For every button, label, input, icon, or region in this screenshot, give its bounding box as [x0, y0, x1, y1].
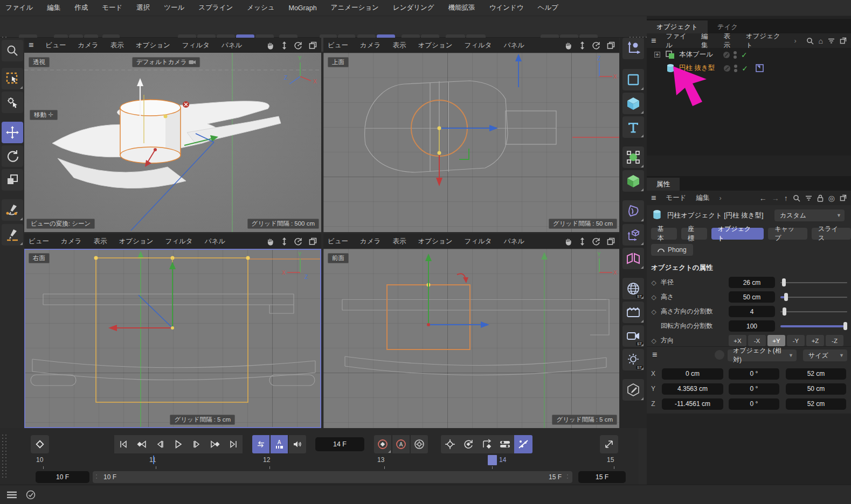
phong-tab[interactable]: Phong: [651, 244, 693, 256]
position-x-input[interactable]: 0 cm: [662, 368, 723, 380]
key-parameter-button[interactable]: [496, 435, 514, 453]
hamburger-menu-icon[interactable]: ≡: [652, 350, 657, 360]
previous-frame-button[interactable]: [151, 435, 169, 453]
size-z-input[interactable]: 52 cm: [786, 398, 846, 410]
external-window-icon[interactable]: [840, 37, 847, 44]
menu-spline[interactable]: スプライン: [198, 3, 233, 12]
menu-create[interactable]: 作成: [74, 3, 88, 12]
menu-edit[interactable]: 編集: [47, 3, 60, 12]
goto-end-button[interactable]: [224, 435, 243, 453]
camera-object-icon[interactable]: ST: [622, 325, 644, 347]
tab-objects[interactable]: オブジェクト: [647, 20, 708, 33]
menu-window[interactable]: ウインドウ: [489, 3, 524, 12]
rotation-x-input[interactable]: 0 °: [729, 368, 779, 380]
menu-file[interactable]: ファイル: [5, 3, 33, 12]
range-end-field[interactable]: 15 F: [578, 471, 626, 483]
external-window-icon[interactable]: [840, 194, 847, 201]
lock-icon[interactable]: [817, 194, 824, 202]
sound-button[interactable]: [289, 435, 306, 453]
up-icon[interactable]: ↑: [784, 194, 788, 202]
radius-input[interactable]: 26 cm: [729, 277, 775, 288]
hamburger-menu-icon[interactable]: ≡: [651, 36, 656, 46]
radius-slider[interactable]: [780, 277, 847, 288]
dolly-icon[interactable]: [281, 41, 288, 50]
direction-option[interactable]: +X: [729, 335, 746, 346]
camera-name-badge[interactable]: デフォルトカメラ: [132, 57, 200, 67]
range-grip-right[interactable]: [566, 473, 570, 481]
vp-menu-options[interactable]: オプション: [418, 41, 452, 50]
viewport-perspective-canvas[interactable]: Y Z X 透視 デフォルトカメラ 移動 ✛ ビューの変換: シーン グリッド間…: [24, 53, 321, 232]
visibility-dots-icon[interactable]: [734, 65, 737, 72]
direction-option[interactable]: -Y: [787, 335, 805, 346]
next-key-button[interactable]: [206, 435, 224, 453]
menu-help[interactable]: ヘルプ: [538, 3, 558, 12]
attr-tab[interactable]: スライス: [812, 228, 851, 240]
keyframe-diamond-button[interactable]: [31, 435, 49, 453]
height-segments-slider[interactable]: [780, 306, 847, 317]
current-frame-field[interactable]: 14 F: [315, 437, 364, 451]
orbit-icon[interactable]: [294, 41, 302, 50]
vp-menu-panel[interactable]: パネル: [504, 41, 524, 50]
position-z-input[interactable]: -11.4561 cm: [662, 398, 723, 410]
phong-tag-icon[interactable]: [756, 64, 764, 72]
menu-mograph[interactable]: MoGraph: [289, 4, 317, 12]
move-tool-icon[interactable]: [2, 122, 23, 143]
om-menu-object[interactable]: オブジェクト: [746, 32, 785, 50]
pan-hand-icon[interactable]: [266, 41, 274, 50]
timeline-corner-button[interactable]: [600, 435, 618, 453]
search-icon[interactable]: [806, 37, 814, 45]
generator-subdivide-icon[interactable]: [622, 146, 644, 168]
key-scale-button[interactable]: [478, 435, 496, 453]
enabled-check-icon[interactable]: ✓: [742, 64, 748, 73]
sculpt-edit-icon[interactable]: [622, 379, 644, 401]
range-start-field[interactable]: 10 F: [36, 471, 89, 483]
key-diamond-icon[interactable]: ◇: [647, 293, 661, 301]
volume-generator-icon[interactable]: [622, 170, 644, 192]
size-y-input[interactable]: 50 cm: [786, 383, 846, 395]
play-button[interactable]: [169, 435, 188, 453]
dolly-icon[interactable]: [281, 237, 288, 246]
orbit-icon[interactable]: [592, 237, 600, 246]
spline-primitive-icon[interactable]: [622, 69, 644, 90]
record-keyframe-button[interactable]: [374, 435, 391, 453]
toggle-view-icon[interactable]: [309, 41, 317, 50]
direction-option[interactable]: +Y: [767, 335, 785, 346]
editor-toggle-icon[interactable]: [723, 65, 731, 72]
tweak-tool-icon[interactable]: [2, 92, 23, 113]
editor-toggle-icon[interactable]: [723, 51, 730, 59]
hamburger-menu-icon[interactable]: ≡: [651, 193, 656, 203]
filter-icon[interactable]: [805, 195, 812, 201]
vp-menu-camera[interactable]: カメラ: [61, 237, 81, 246]
stage-object-icon[interactable]: [622, 302, 644, 323]
quantize-circle-icon[interactable]: [715, 350, 724, 360]
object-name-selected[interactable]: 円柱 抜き型: [679, 64, 715, 73]
hamburger-menu-icon[interactable]: ≡: [29, 40, 33, 50]
vp-menu-panel[interactable]: パネル: [222, 41, 242, 50]
transform-mode-dropdown[interactable]: オブジェクト(相対)▼: [728, 349, 797, 361]
expand-icon[interactable]: +: [654, 52, 660, 58]
key-diamond-icon[interactable]: ◇: [647, 308, 661, 316]
vp-menu-view[interactable]: ビュー: [29, 237, 49, 246]
filter-icon[interactable]: [828, 38, 835, 44]
attr-tab[interactable]: オブジェクト: [711, 228, 764, 240]
search-icon[interactable]: [793, 194, 800, 202]
vp-menu-filter[interactable]: フィルタ: [182, 41, 210, 50]
vp-menu-filter[interactable]: フィルタ: [464, 237, 492, 246]
timeline-drag-handle[interactable]: [1, 433, 8, 479]
toggle-view-icon[interactable]: [607, 41, 615, 50]
direction-option[interactable]: -Z: [826, 335, 843, 346]
position-y-input[interactable]: 4.3563 cm: [662, 383, 723, 395]
range-grip-left[interactable]: [95, 473, 99, 481]
size-x-input[interactable]: 52 cm: [786, 368, 846, 380]
vp-menu-panel[interactable]: パネル: [205, 237, 225, 246]
rotation-y-input[interactable]: 0 °: [729, 383, 779, 395]
menu-mode[interactable]: モード: [102, 3, 122, 12]
object-row-boolean[interactable]: + 本体ブール ✓: [647, 48, 851, 61]
toggle-view-icon[interactable]: [607, 237, 615, 246]
vp-menu-camera[interactable]: カメラ: [360, 237, 380, 246]
attr-menu-edit[interactable]: 編集: [696, 193, 709, 202]
vp-menu-display[interactable]: 表示: [392, 41, 406, 50]
vp-menu-display[interactable]: 表示: [110, 41, 124, 50]
sky-object-icon[interactable]: ST: [622, 278, 644, 299]
field-axis-cube-icon[interactable]: [622, 224, 644, 246]
